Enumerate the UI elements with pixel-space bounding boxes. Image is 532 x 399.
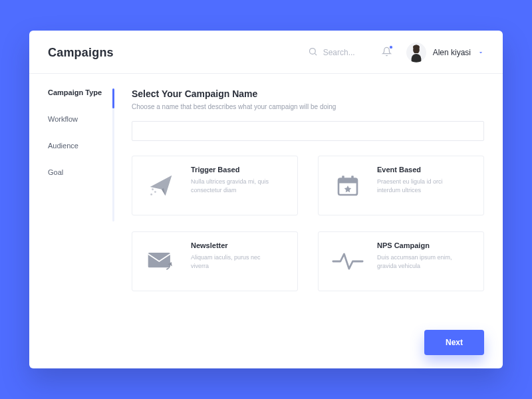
card-nps-campaign[interactable]: NPS Campaign Duis accumsan ipsum enim, g… (318, 231, 484, 291)
card-title: Event Based (377, 166, 464, 174)
avatar[interactable] (406, 43, 426, 63)
main-heading: Select Your Campaign Name (132, 88, 484, 99)
body: Campaign Type Workflow Audience Goal Sel… (29, 74, 503, 368)
sidebar-item-goal[interactable]: Goal (48, 168, 122, 176)
card-desc: Aliquam iaculis, purus nec viverra (191, 253, 277, 270)
search[interactable] (308, 47, 370, 59)
user-name: Alen kiyasi (433, 48, 471, 57)
card-title: Newsletter (191, 241, 277, 249)
header: Campaigns Alen kiyasi (29, 31, 503, 74)
svg-rect-9 (148, 253, 170, 267)
card-newsletter[interactable]: Newsletter Aliquam iaculis, purus nec vi… (132, 231, 298, 291)
sidebar-rail (112, 88, 114, 221)
card-trigger-based[interactable]: Trigger Based Nulla ultrices gravida mi,… (132, 156, 298, 215)
notification-dot-icon (389, 45, 393, 49)
card-desc: Nulla ultrices gravida mi, quis consecte… (191, 178, 277, 194)
svg-line-1 (315, 53, 317, 55)
sidebar: Campaign Type Workflow Audience Goal (29, 74, 122, 368)
calendar-star-icon (328, 166, 368, 205)
sidebar-rail-active (112, 88, 114, 108)
sidebar-item-label: Workflow (48, 115, 78, 123)
card-event-based[interactable]: Event Based Praesent eu ligula id orci i… (318, 156, 484, 215)
card-title: Trigger Based (191, 166, 277, 174)
svg-rect-6 (338, 179, 357, 184)
svg-point-4 (152, 188, 154, 190)
card-title: NPS Campaign (377, 241, 464, 249)
page-title: Campaigns (48, 46, 114, 60)
app-window: Campaigns Alen kiyasi (29, 31, 503, 368)
main: Select Your Campaign Name Choose a name … (122, 74, 503, 368)
pulse-icon (328, 241, 368, 281)
svg-rect-8 (351, 176, 354, 180)
card-desc: Praesent eu ligula id orci interdum ultr… (377, 178, 464, 194)
envelope-icon (142, 241, 182, 281)
sidebar-item-label: Goal (48, 168, 63, 176)
main-subheading: Choose a name that best describes what y… (132, 103, 484, 110)
svg-point-0 (309, 48, 315, 54)
sidebar-item-label: Campaign Type (48, 88, 102, 96)
search-icon (308, 47, 318, 59)
sidebar-item-label: Audience (48, 142, 78, 150)
user-menu-toggle[interactable] (477, 47, 484, 59)
card-desc: Duis accumsan ipsum enim, gravida vehicu… (377, 253, 464, 270)
card-grid: Trigger Based Nulla ultrices gravida mi,… (132, 156, 484, 291)
svg-point-3 (154, 191, 156, 193)
sidebar-item-campaign-type[interactable]: Campaign Type (48, 88, 122, 96)
search-input[interactable] (323, 48, 370, 57)
svg-point-2 (150, 194, 152, 196)
campaign-name-input[interactable] (132, 121, 484, 141)
paper-plane-icon (142, 166, 182, 205)
sidebar-item-workflow[interactable]: Workflow (48, 115, 122, 123)
next-button[interactable]: Next (424, 330, 484, 355)
notifications-button[interactable] (382, 47, 392, 59)
svg-rect-7 (342, 176, 344, 180)
sidebar-item-audience[interactable]: Audience (48, 142, 122, 150)
